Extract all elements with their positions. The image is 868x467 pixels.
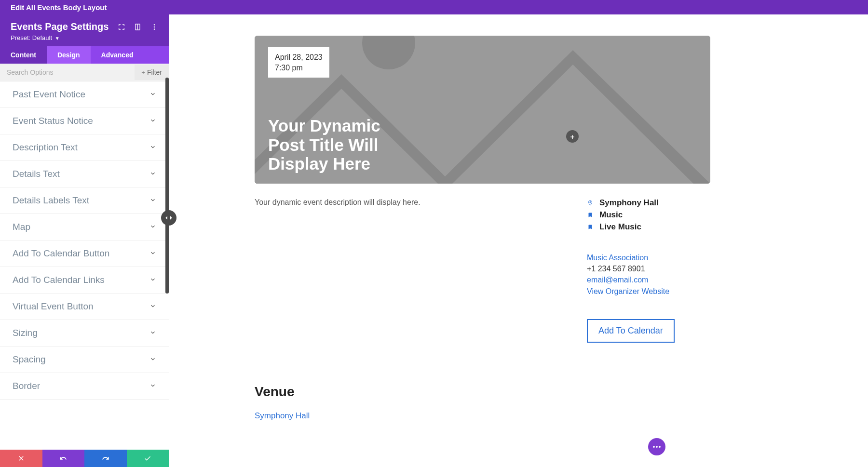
preset-prefix: Preset:: [11, 34, 32, 41]
category-label: Music: [599, 210, 623, 220]
option-add-to-calendar-links[interactable]: Add To Calendar Links: [0, 267, 169, 294]
settings-sidebar: Events Page Settings Preset: Default ▼: [0, 14, 169, 467]
venue-heading: Venue: [255, 384, 849, 400]
organizer-phone: +1 234 567 8901: [587, 263, 710, 274]
settings-tabs: Content Design Advanced: [0, 46, 169, 64]
option-border[interactable]: Border: [0, 373, 169, 400]
options-list: Past Event Notice Event Status Notice De…: [0, 81, 169, 450]
preset-value: Default: [32, 34, 52, 41]
svg-point-13: [656, 446, 658, 448]
chevron-down-icon: [149, 169, 156, 179]
settings-header: Events Page Settings Preset: Default ▼: [0, 14, 169, 46]
option-label: Border: [13, 381, 40, 391]
option-description-text[interactable]: Description Text: [0, 134, 169, 161]
option-label: Spacing: [13, 354, 46, 365]
option-event-status-notice[interactable]: Event Status Notice: [0, 108, 169, 134]
option-add-to-calendar-button[interactable]: Add To Calendar Button: [0, 240, 169, 267]
svg-point-2: [154, 24, 155, 26]
resize-handle[interactable]: [161, 210, 176, 226]
responsive-icon[interactable]: [134, 23, 142, 31]
event-description: Your dynamic event description will disp…: [255, 198, 543, 207]
chevron-down-icon: [149, 275, 156, 285]
option-sizing[interactable]: Sizing: [0, 320, 169, 347]
top-bar-title: Edit All Events Body Layout: [11, 3, 107, 12]
option-label: Add To Calendar Links: [13, 275, 105, 285]
svg-point-14: [659, 446, 661, 448]
venue-name-link[interactable]: Symphony Hall: [255, 411, 310, 420]
top-bar: Edit All Events Body Layout: [0, 0, 868, 14]
caret-down-icon: ▼: [55, 36, 60, 41]
meta-category-1: Music: [587, 210, 710, 220]
filter-label: Filter: [147, 68, 162, 76]
svg-point-11: [590, 201, 591, 203]
chevron-down-icon: [149, 116, 156, 126]
location-name: Symphony Hall: [599, 198, 659, 208]
option-details-labels-text[interactable]: Details Labels Text: [0, 187, 169, 214]
option-past-event-notice[interactable]: Past Event Notice: [0, 81, 169, 108]
settings-title: Events Page Settings: [11, 21, 108, 32]
chevron-down-icon: [149, 354, 156, 365]
option-label: Description Text: [13, 142, 78, 153]
option-map[interactable]: Map: [0, 214, 169, 240]
tab-advanced[interactable]: Advanced: [91, 46, 144, 64]
option-label: Details Labels Text: [13, 195, 89, 206]
sidebar-scrollbar[interactable]: [165, 78, 169, 294]
hero-image: April 28, 2023 7:30 pm Your Dynamic Post…: [255, 36, 710, 184]
location-pin-icon: [587, 200, 594, 206]
floating-more-button[interactable]: [648, 438, 665, 455]
date-badge: April 28, 2023 7:30 pm: [268, 47, 329, 78]
meta-category-2: Live Music: [587, 222, 710, 232]
chevron-down-icon: [149, 142, 156, 153]
option-virtual-event-button[interactable]: Virtual Event Button: [0, 294, 169, 320]
chevron-down-icon: [149, 89, 156, 100]
svg-point-4: [154, 28, 155, 30]
organizer-website-link[interactable]: View Organizer Website: [587, 287, 669, 295]
organizer-name-link[interactable]: Music Association: [587, 254, 648, 262]
option-label: Add To Calendar Button: [13, 248, 109, 259]
option-label: Details Text: [13, 169, 60, 179]
chevron-down-icon: [149, 328, 156, 338]
category-label: Live Music: [599, 222, 641, 232]
chevron-down-icon: [149, 381, 156, 391]
add-module-button[interactable]: +: [566, 130, 579, 143]
cancel-button[interactable]: [0, 450, 42, 467]
plus-icon: +: [141, 69, 145, 76]
redo-button[interactable]: [84, 450, 127, 467]
option-label: Event Status Notice: [13, 116, 93, 126]
svg-point-12: [653, 446, 655, 448]
preview-canvas: April 28, 2023 7:30 pm Your Dynamic Post…: [169, 14, 868, 467]
confirm-button[interactable]: [127, 450, 169, 467]
search-input[interactable]: [0, 64, 135, 81]
filter-button[interactable]: + Filter: [135, 65, 169, 80]
option-details-text[interactable]: Details Text: [0, 161, 169, 187]
option-label: Virtual Event Button: [13, 301, 94, 312]
chevron-down-icon: [149, 301, 156, 312]
bookmark-icon: [587, 212, 594, 218]
organizer-email-link[interactable]: email@email.com: [587, 276, 648, 284]
chevron-down-icon: [149, 195, 156, 206]
search-row: + Filter: [0, 64, 169, 81]
expand-icon[interactable]: [118, 23, 125, 31]
organizer-block: Music Association +1 234 567 8901 email@…: [587, 252, 710, 297]
chevron-down-icon: [149, 248, 156, 259]
tab-design[interactable]: Design: [47, 46, 91, 64]
bookmark-icon: [587, 224, 594, 230]
more-icon[interactable]: [150, 23, 158, 31]
add-to-calendar-button[interactable]: Add To Calendar: [587, 319, 675, 343]
tab-content[interactable]: Content: [0, 46, 47, 64]
option-label: Past Event Notice: [13, 89, 85, 100]
chevron-down-icon: [149, 222, 156, 232]
undo-button[interactable]: [42, 450, 85, 467]
option-label: Sizing: [13, 328, 38, 338]
option-label: Map: [13, 222, 30, 232]
option-spacing[interactable]: Spacing: [0, 347, 169, 373]
event-date: April 28, 2023: [275, 52, 323, 63]
bottom-actions: [0, 450, 169, 467]
svg-point-3: [154, 26, 155, 27]
hero-title: Your Dynamic Post Title Will Display Her…: [268, 116, 393, 173]
meta-location: Symphony Hall: [587, 198, 710, 208]
event-time: 7:30 pm: [275, 63, 323, 73]
preset-selector[interactable]: Preset: Default ▼: [11, 34, 158, 41]
